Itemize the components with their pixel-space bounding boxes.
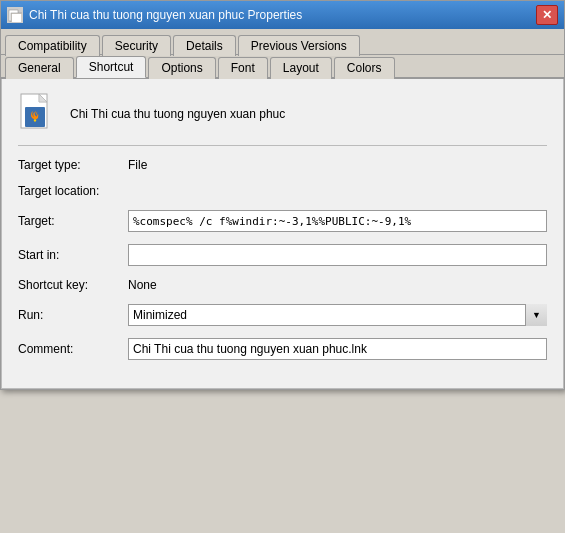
start-in-input[interactable] [128,244,547,266]
tab-layout[interactable]: Layout [270,57,332,79]
shortcut-key-value: None [128,278,157,292]
app-title: Chi Thi cua thu tuong nguyen xuan phuc [70,107,285,121]
window-icon [7,7,23,23]
tab-row-1: Compatibility Security Details Previous … [1,29,564,55]
app-header: Chi Thi cua thu tuong nguyen xuan phuc [18,93,547,146]
form-fields: Target type: File Target location: Targe… [18,158,547,360]
comment-label: Comment: [18,342,128,356]
tab-colors[interactable]: Colors [334,57,395,79]
tab-shortcut[interactable]: Shortcut [76,56,147,78]
tab-row-2: General Shortcut Options Font Layout Col… [1,55,564,79]
tab-details[interactable]: Details [173,35,236,56]
target-type-value: File [128,158,147,172]
shortcut-key-label: Shortcut key: [18,278,128,292]
start-in-row: Start in: [18,244,547,266]
tab-options[interactable]: Options [148,57,215,79]
tab-previous-versions[interactable]: Previous Versions [238,35,360,56]
target-type-label: Target type: [18,158,128,172]
app-icon [18,93,58,135]
tab-general[interactable]: General [5,57,74,79]
tab-security[interactable]: Security [102,35,171,56]
tab-content: Chi Thi cua thu tuong nguyen xuan phuc T… [1,79,564,389]
target-location-row: Target location: [18,184,547,198]
run-select[interactable]: Normal windowMinimizedMaximized [128,304,547,326]
comment-input[interactable] [128,338,547,360]
window-title: Chi Thi cua thu tuong nguyen xuan phuc P… [29,8,302,22]
target-label: Target: [18,214,128,228]
shortcut-key-row: Shortcut key: None [18,278,547,292]
target-input[interactable] [128,210,547,232]
run-row: Run: Normal windowMinimizedMaximized ▼ [18,304,547,326]
target-location-label: Target location: [18,184,128,198]
target-row: Target: [18,210,547,232]
properties-window: Chi Thi cua thu tuong nguyen xuan phuc P… [0,0,565,390]
tab-compatibility[interactable]: Compatibility [5,35,100,56]
tab-font[interactable]: Font [218,57,268,79]
comment-row: Comment: [18,338,547,360]
run-select-wrapper: Normal windowMinimizedMaximized ▼ [128,304,547,326]
run-label: Run: [18,308,128,322]
start-in-label: Start in: [18,248,128,262]
target-type-row: Target type: File [18,158,547,172]
svg-rect-2 [12,14,21,22]
title-bar: Chi Thi cua thu tuong nguyen xuan phuc P… [1,1,564,29]
close-button[interactable]: ✕ [536,5,558,25]
